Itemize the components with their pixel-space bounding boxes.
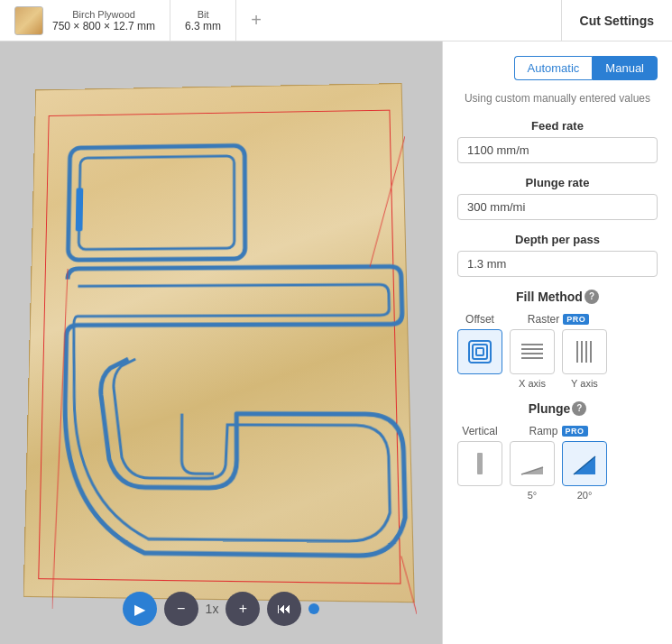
plunge-section: Plunge ? Vertical Ramp PRO bbox=[457, 401, 658, 501]
auto-mode-button[interactable]: Automatic bbox=[514, 56, 593, 80]
raster-y-button[interactable] bbox=[562, 329, 607, 374]
raster-y-label: Y axis bbox=[571, 378, 598, 389]
toolpath-svg bbox=[52, 136, 418, 614]
manual-mode-button[interactable]: Manual bbox=[592, 56, 658, 80]
play-button[interactable]: ▶ bbox=[123, 592, 157, 626]
bit-info: Bit 6.3 mm bbox=[170, 0, 236, 41]
mode-toggle: Automatic Manual bbox=[457, 56, 658, 80]
svg-rect-1 bbox=[78, 156, 235, 250]
plunge-rate-group: Plunge rate bbox=[457, 176, 658, 220]
fill-offset-col: Offset bbox=[457, 313, 502, 374]
feed-rate-group: Feed rate bbox=[457, 119, 658, 163]
bottom-controls: ▶ − 1x + ⏮ bbox=[0, 592, 442, 626]
plunge-help-icon[interactable]: ? bbox=[572, 401, 586, 416]
material-text: Birch Plywood 750 × 800 × 12.7 mm bbox=[52, 9, 155, 32]
header-bar: Birch Plywood 750 × 800 × 12.7 mm Bit 6.… bbox=[0, 0, 672, 41]
material-swatch bbox=[14, 6, 43, 35]
fill-offset-button[interactable] bbox=[457, 329, 502, 374]
feed-rate-label: Feed rate bbox=[457, 119, 658, 133]
plunge-vertical-col: Vertical bbox=[457, 425, 502, 486]
fill-raster-label: Raster bbox=[528, 313, 559, 326]
ramp-pro-row: Ramp PRO bbox=[529, 425, 587, 437]
raster-y-icon bbox=[570, 337, 599, 366]
minus-button[interactable]: − bbox=[164, 592, 198, 626]
canvas-area: ▶ − 1x + ⏮ bbox=[0, 41, 442, 644]
svg-rect-7 bbox=[473, 345, 487, 359]
raster-y-col: Y axis bbox=[562, 329, 607, 389]
depth-per-pass-input[interactable] bbox=[457, 251, 658, 277]
plunge-5-button[interactable] bbox=[510, 441, 555, 486]
raster-x-icon bbox=[518, 337, 547, 366]
bit-label: Bit bbox=[198, 9, 209, 20]
add-button[interactable]: + bbox=[240, 5, 272, 37]
plunge-ramp-label: Ramp bbox=[529, 425, 557, 437]
plunge-5-icon bbox=[518, 449, 547, 478]
plunge-ramp-icons-row: 5° 20° bbox=[510, 441, 607, 501]
raster-pro-row: Raster PRO bbox=[528, 313, 589, 326]
plunge-vertical-label: Vertical bbox=[462, 425, 497, 437]
raster-x-col: X axis bbox=[510, 329, 555, 389]
offset-icon bbox=[465, 337, 494, 366]
fill-method-section: Fill Method ? Offset Raster PRO bbox=[457, 290, 658, 389]
raster-x-button[interactable] bbox=[510, 329, 555, 374]
svg-rect-17 bbox=[477, 453, 483, 474]
plunge-ramp-col: Ramp PRO 5° bbox=[510, 425, 607, 501]
raster-x-label: X axis bbox=[519, 378, 546, 389]
plunge-5-col: 5° bbox=[510, 441, 555, 501]
multiplier-label: 1x bbox=[206, 602, 219, 616]
right-panel: Automatic Manual Using custom manually e… bbox=[442, 41, 672, 644]
fill-help-icon[interactable]: ? bbox=[585, 290, 599, 304]
material-name: Birch Plywood bbox=[72, 9, 135, 20]
plunge-20-icon bbox=[570, 449, 599, 478]
raster-pro-badge: PRO bbox=[563, 314, 589, 325]
plunge-rate-input[interactable] bbox=[457, 194, 658, 220]
cut-settings-button[interactable]: Cut Settings bbox=[561, 0, 672, 41]
plunge-method-row: Vertical Ramp PRO bbox=[457, 425, 658, 501]
fill-offset-label: Offset bbox=[465, 313, 494, 326]
svg-line-5 bbox=[52, 269, 68, 609]
ramp-pro-badge: PRO bbox=[562, 426, 588, 437]
plunge-rate-label: Plunge rate bbox=[457, 176, 658, 189]
plunge-20-col: 20° bbox=[562, 441, 607, 501]
svg-line-3 bbox=[367, 136, 408, 267]
raster-icons-row: X axis Y axis bbox=[510, 329, 607, 389]
svg-rect-0 bbox=[68, 145, 244, 260]
plunge-title: Plunge ? bbox=[457, 401, 658, 416]
plus-button[interactable]: + bbox=[226, 592, 260, 626]
fill-method-title: Fill Method ? bbox=[457, 290, 658, 304]
depth-per-pass-group: Depth per pass bbox=[457, 233, 658, 277]
material-info: Birch Plywood 750 × 800 × 12.7 mm bbox=[0, 0, 170, 41]
plunge-5-label: 5° bbox=[528, 490, 538, 501]
wood-board bbox=[23, 83, 415, 603]
progress-dot bbox=[308, 603, 319, 614]
bit-size: 6.3 mm bbox=[185, 20, 221, 32]
plunge-vertical-icon bbox=[465, 449, 494, 478]
plunge-20-label: 20° bbox=[577, 490, 593, 501]
custom-note: Using custom manually entered values bbox=[457, 91, 658, 106]
svg-rect-8 bbox=[476, 348, 483, 355]
feed-rate-input[interactable] bbox=[457, 137, 658, 163]
plunge-20-button[interactable] bbox=[562, 441, 607, 486]
red-bounding-box bbox=[38, 110, 400, 584]
rewind-button[interactable]: ⏮ bbox=[267, 592, 301, 626]
fill-method-row: Offset Raster PRO bbox=[457, 313, 658, 389]
material-size: 750 × 800 × 12.7 mm bbox=[52, 20, 155, 32]
depth-per-pass-label: Depth per pass bbox=[457, 233, 658, 246]
fill-raster-col: Raster PRO X a bbox=[510, 313, 607, 389]
svg-rect-2 bbox=[76, 188, 84, 231]
plunge-vertical-button[interactable] bbox=[457, 441, 502, 486]
